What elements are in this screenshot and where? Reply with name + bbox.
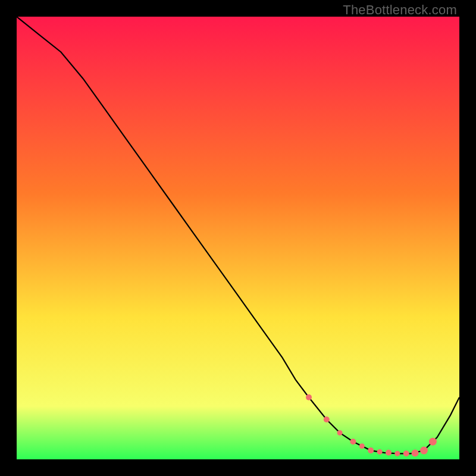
marker-point (403, 450, 409, 456)
marker-point (368, 447, 374, 453)
marker-point (412, 450, 419, 457)
marker-point (394, 451, 400, 456)
marker-point (337, 430, 343, 436)
marker-point (377, 449, 383, 455)
marker-point (324, 416, 330, 422)
watermark-text: TheBottleneck.com (343, 2, 457, 18)
marker-point (386, 450, 392, 456)
chart-frame (17, 17, 459, 459)
gradient-backdrop (17, 17, 459, 459)
marker-point (350, 439, 356, 444)
marker-point (420, 447, 428, 455)
marker-point (359, 443, 365, 449)
marker-point (306, 394, 312, 400)
marker-point (429, 438, 437, 446)
bottleneck-chart (17, 17, 459, 459)
